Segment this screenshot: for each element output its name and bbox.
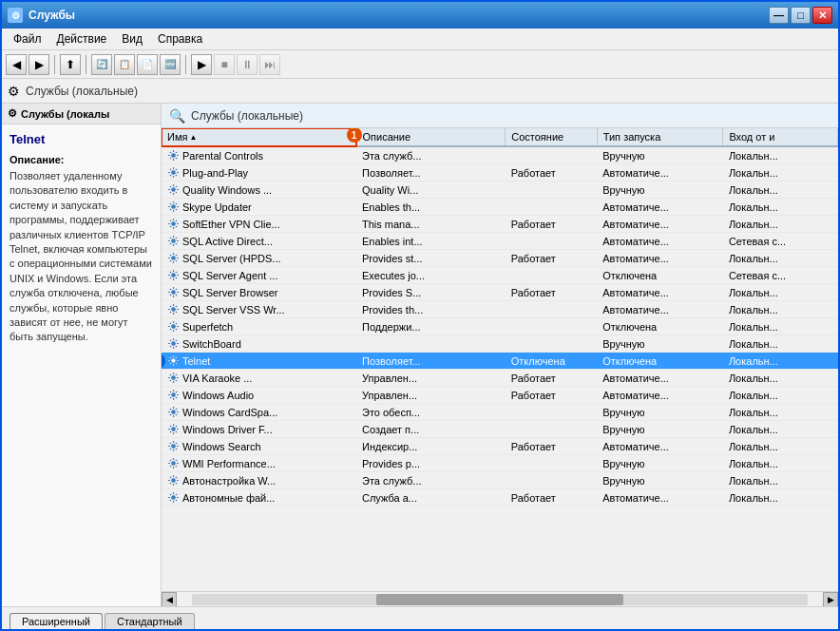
back-button[interactable]: ◀ <box>6 54 27 75</box>
table-row[interactable]: Автонастройка W... Эта служб... Вручную … <box>162 472 838 489</box>
col-header-status[interactable]: Состояние <box>506 128 597 146</box>
menu-view[interactable]: Вид <box>114 30 150 48</box>
cell-status: Отключена <box>506 353 597 370</box>
window-controls: — □ ✕ <box>769 7 832 24</box>
table-row[interactable]: SoftEther VPN Clie... This mana... Работ… <box>162 216 838 233</box>
svg-line-44 <box>170 226 171 227</box>
new-button[interactable]: 🆕 <box>160 54 181 75</box>
cell-startup: Автоматиче... <box>597 301 723 318</box>
minimize-button[interactable]: — <box>769 7 789 24</box>
table-row[interactable]: WMI Performance... Provides p... Вручную… <box>162 455 838 472</box>
svg-line-62 <box>170 260 171 261</box>
table-row[interactable]: Parental Controls Эта служб... Вручную Л… <box>162 146 838 164</box>
services-table-container[interactable]: Имя ▲ 1 Описание Состояние <box>162 128 838 591</box>
svg-line-96 <box>176 329 177 330</box>
cell-logon: Локальн... <box>723 216 838 233</box>
svg-line-125 <box>170 380 171 381</box>
cell-name: Windows Audio <box>162 387 356 404</box>
scroll-right-button[interactable]: ▶ <box>823 592 838 607</box>
table-row[interactable]: Автономные фай... Служба а... Работает А… <box>162 489 838 507</box>
left-panel-icon: ⚙ <box>8 107 17 120</box>
table-row[interactable]: Windows Driver F... Создает п... Вручную… <box>162 421 838 438</box>
maximize-button[interactable]: □ <box>791 7 811 24</box>
export-button[interactable]: 📋 <box>114 54 135 75</box>
cell-name: Windows Search <box>162 438 356 455</box>
table-row[interactable]: SQL Server Browser Provides S... Работае… <box>162 284 838 301</box>
svg-point-117 <box>172 376 176 380</box>
table-row[interactable]: Skype Updater Enables th... Автоматиче..… <box>162 199 838 216</box>
cell-status <box>506 199 597 216</box>
forward-button[interactable]: ▶ <box>29 54 49 75</box>
cell-logon: Локальн... <box>723 455 838 472</box>
svg-line-50 <box>170 238 171 239</box>
refresh-button[interactable]: 🔄 <box>91 54 112 75</box>
cell-logon: Локальн... <box>723 284 838 301</box>
cell-status <box>506 301 597 318</box>
svg-line-25 <box>176 186 177 187</box>
stop-button[interactable]: ■ <box>214 54 235 75</box>
cell-startup: Отключена <box>597 267 723 284</box>
menu-help[interactable]: Справка <box>150 30 210 48</box>
cell-name: Windows CardSpa... <box>162 404 356 421</box>
cell-status <box>506 318 597 335</box>
svg-line-79 <box>176 289 177 290</box>
svg-line-34 <box>176 203 177 204</box>
table-row[interactable]: SQL Server (HPDS... Provides st... Работ… <box>162 250 838 267</box>
svg-line-151 <box>176 426 177 427</box>
table-row[interactable]: SQL Server VSS Wr... Provides th... Авто… <box>162 301 838 318</box>
separator-2 <box>86 55 86 74</box>
cell-status: Работает <box>506 489 597 507</box>
svg-line-161 <box>170 449 171 449</box>
col-desc-label: Описание <box>363 131 411 143</box>
table-row[interactable]: SwitchBoard Вручную Локальн... <box>162 335 838 353</box>
left-panel-header: ⚙ Службы (локалы <box>2 104 161 124</box>
tab-extended[interactable]: Расширенный <box>10 613 103 629</box>
cell-status <box>506 146 597 164</box>
scroll-track[interactable] <box>192 594 808 605</box>
col-name-label: Имя <box>167 131 187 143</box>
col-header-name[interactable]: Имя ▲ 1 <box>162 128 356 146</box>
svg-point-81 <box>172 308 176 312</box>
col-header-logon[interactable]: Вход от и <box>723 128 838 146</box>
cell-status <box>506 472 597 489</box>
scroll-thumb[interactable] <box>376 594 622 605</box>
tab-standard[interactable]: Стандартный <box>105 613 195 629</box>
props-button[interactable]: 📄 <box>137 54 158 75</box>
col-header-description[interactable]: Описание <box>356 128 506 146</box>
cell-description: Поддержи... <box>356 318 506 335</box>
pause-button[interactable]: ⏸ <box>237 54 258 75</box>
table-row[interactable]: Windows CardSpa... Это обесп... Вручную … <box>162 404 838 421</box>
svg-line-178 <box>176 477 177 478</box>
menu-file[interactable]: Файл <box>6 30 49 48</box>
cell-startup: Вручную <box>597 404 723 421</box>
svg-line-116 <box>170 363 171 364</box>
horizontal-scrollbar[interactable]: ◀ ▶ <box>162 591 838 606</box>
table-row[interactable]: Plug-and-Play Позволяет... Работает Авто… <box>162 164 838 182</box>
svg-line-176 <box>170 477 171 478</box>
table-row[interactable]: VIA Karaoke ... Управлен... Работает Авт… <box>162 370 838 387</box>
table-row[interactable]: Windows Search Индексир... Работает Авто… <box>162 438 838 455</box>
close-button[interactable]: ✕ <box>812 7 832 24</box>
scroll-left-button[interactable]: ◀ <box>162 592 177 607</box>
table-row[interactable]: Quality Windows ... Quality Wi... Вручну… <box>162 182 838 199</box>
cell-description: This mana... <box>356 216 506 233</box>
window-icon: ⚙ <box>8 8 23 23</box>
table-row[interactable]: SQL Server Agent ... Executes jo... Откл… <box>162 267 838 284</box>
table-row[interactable]: Superfetch Поддержи... Отключена Локальн… <box>162 318 838 335</box>
restart-button[interactable]: ⏭ <box>259 54 280 75</box>
svg-point-153 <box>172 445 176 449</box>
cell-status: Работает <box>506 438 597 455</box>
play-button[interactable]: ▶ <box>191 54 212 75</box>
cell-startup: Вручную <box>597 421 723 438</box>
up-button[interactable]: ⬆ <box>60 54 81 75</box>
table-row[interactable]: SQL Active Direct... Enables int... Авто… <box>162 233 838 250</box>
table-row[interactable]: Windows Audio Управлен... Работает Автом… <box>162 387 838 404</box>
panel-header: 🔍 Службы (локальные) <box>162 104 838 128</box>
svg-point-162 <box>172 462 176 466</box>
cell-startup: Автоматиче... <box>597 216 723 233</box>
col-header-startup[interactable]: Тип запуска <box>597 128 723 146</box>
cell-name: Автономные фай... <box>162 489 356 507</box>
table-row[interactable]: Telnet2 Позволяет... Отключена Отключена… <box>162 353 838 370</box>
menu-action[interactable]: Действие <box>49 30 115 48</box>
svg-point-45 <box>172 239 176 243</box>
